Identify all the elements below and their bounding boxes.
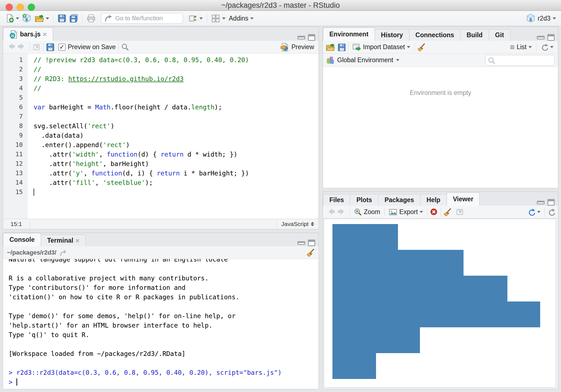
console-output[interactable]: Natural language support but running in … xyxy=(3,259,319,389)
zoom-icon xyxy=(354,208,362,216)
line-number: 13 xyxy=(3,169,27,178)
chevron-down-icon xyxy=(16,17,19,19)
code-line: .attr('fill', 'steelblue'); xyxy=(34,178,319,187)
goto-file-box[interactable] xyxy=(101,13,183,24)
tab-packages[interactable]: Packages xyxy=(378,194,420,206)
panes-grid-icon xyxy=(211,14,220,23)
updown-icon xyxy=(311,222,314,226)
back-icon[interactable] xyxy=(327,207,335,217)
workspace-panes-button[interactable] xyxy=(210,12,227,24)
maximize-pane-icon[interactable] xyxy=(308,34,315,41)
chevron-down-icon xyxy=(420,211,423,213)
console-line: Type 'q()' to quit R. xyxy=(9,330,319,340)
console-line xyxy=(9,264,319,273)
import-dataset-button[interactable]: Import Dataset xyxy=(351,41,412,53)
print-button[interactable] xyxy=(85,12,97,24)
addins-button[interactable]: Addins xyxy=(227,12,255,24)
code-line: .data(data) xyxy=(34,131,319,140)
tab-label: Packages xyxy=(385,196,414,204)
tab-files[interactable]: Files xyxy=(323,194,350,206)
preview-on-save-checkbox[interactable]: ✓ xyxy=(58,44,66,51)
new-file-icon xyxy=(6,14,14,23)
goto-file-input[interactable] xyxy=(115,14,177,22)
tab-viewer[interactable]: Viewer xyxy=(447,192,480,206)
tab-git[interactable]: Git xyxy=(489,29,510,41)
minimize-pane-icon[interactable] xyxy=(297,241,305,245)
viewer-content xyxy=(324,218,556,388)
chevron-down-icon xyxy=(550,46,554,48)
tab-console[interactable]: Console xyxy=(3,233,41,246)
tab-terminal[interactable]: Terminal × xyxy=(41,235,86,246)
tab-help[interactable]: Help xyxy=(420,194,447,206)
save-all-button[interactable] xyxy=(68,12,80,24)
minimize-pane-icon[interactable] xyxy=(297,36,305,39)
maximize-pane-icon[interactable] xyxy=(308,240,315,246)
code-text[interactable]: // !preview r2d3 data=c(0.3, 0.6, 0.8, 0… xyxy=(28,54,319,219)
tab-plots[interactable]: Plots xyxy=(350,194,378,206)
open-folder-icon xyxy=(35,14,44,22)
line-number: 12 xyxy=(3,159,27,169)
clear-console-icon[interactable] xyxy=(306,248,315,257)
tab-build[interactable]: Build xyxy=(460,29,489,41)
code-editor[interactable]: 123456789101112131415 // !preview r2d3 d… xyxy=(3,54,319,219)
tab-history[interactable]: History xyxy=(375,29,409,41)
version-control-icon xyxy=(189,14,197,23)
find-replace-icon[interactable] xyxy=(121,43,129,51)
zoom-button[interactable]: Zoom xyxy=(352,206,382,218)
forward-icon[interactable] xyxy=(337,207,346,217)
title-bar: ~/packages/r2d3 - master - RStudio xyxy=(0,0,561,11)
tab-bars-js[interactable]: bars.js × xyxy=(3,27,53,41)
save-button[interactable] xyxy=(56,12,68,24)
popout-icon[interactable] xyxy=(455,207,464,217)
line-number: 1 xyxy=(3,55,27,65)
forward-icon[interactable] xyxy=(17,42,26,52)
tab-label: Build xyxy=(467,31,483,39)
source-editor-pane: bars.js × ✓ Preview on Save Preview xyxy=(3,27,319,229)
environment-search-input[interactable] xyxy=(497,57,550,64)
chevron-down-icon xyxy=(407,46,410,48)
console-line xyxy=(9,340,319,349)
console-line xyxy=(9,358,319,368)
export-button[interactable]: Export xyxy=(387,206,425,218)
chevron-down-icon xyxy=(537,211,540,213)
code-line xyxy=(34,187,319,197)
tab-connections[interactable]: Connections xyxy=(409,29,460,41)
tab-environment[interactable]: Environment xyxy=(323,27,375,41)
popout-icon[interactable] xyxy=(32,42,41,52)
preview-button[interactable]: Preview xyxy=(279,41,316,53)
new-file-button[interactable] xyxy=(4,12,21,24)
save-workspace-icon[interactable] xyxy=(338,43,345,51)
minimize-pane-icon[interactable] xyxy=(537,36,545,39)
console-line: Type 'demo()' for some demos, 'help()' f… xyxy=(9,311,319,321)
new-project-button[interactable] xyxy=(21,12,33,24)
tab-label: Plots xyxy=(356,196,372,204)
publish-button[interactable] xyxy=(526,206,542,218)
line-number: 6 xyxy=(3,102,27,112)
version-control-button[interactable] xyxy=(187,12,204,24)
clear-environment-icon[interactable] xyxy=(417,43,425,51)
back-icon[interactable] xyxy=(7,42,15,52)
save-icon[interactable] xyxy=(46,43,54,51)
maximize-pane-icon[interactable] xyxy=(547,34,555,41)
close-icon[interactable]: × xyxy=(76,237,79,244)
refresh-viewer-icon[interactable] xyxy=(547,208,555,216)
list-label: List xyxy=(517,43,527,51)
open-file-button[interactable] xyxy=(33,12,51,24)
cursor-position[interactable]: 15:1 xyxy=(3,219,30,229)
viewer-pane: Files Plots Packages Help Viewer Zoom Ex… xyxy=(323,192,558,389)
clear-viewer-icon[interactable] xyxy=(443,208,452,216)
save-icon xyxy=(58,14,66,22)
close-icon[interactable]: × xyxy=(43,31,47,38)
project-menu-button[interactable]: r2d3 xyxy=(525,12,557,24)
minimize-pane-icon[interactable] xyxy=(537,201,545,204)
list-view-button[interactable]: ≡ List xyxy=(508,41,534,53)
goto-directory-icon[interactable] xyxy=(59,249,66,256)
load-workspace-icon[interactable] xyxy=(326,43,335,51)
environment-search-box[interactable] xyxy=(485,55,555,66)
toolbar-separator xyxy=(82,14,82,23)
maximize-pane-icon[interactable] xyxy=(547,199,555,206)
refresh-environment-button[interactable] xyxy=(539,41,555,53)
language-selector[interactable]: JavaScript xyxy=(277,219,319,229)
remove-viewer-item-icon[interactable] xyxy=(430,208,438,216)
chevron-down-icon[interactable] xyxy=(396,59,399,61)
